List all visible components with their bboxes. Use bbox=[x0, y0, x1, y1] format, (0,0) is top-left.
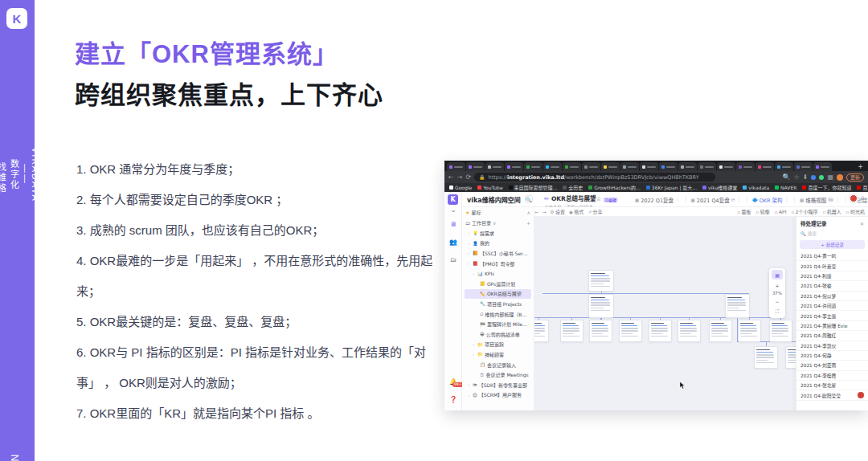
bookmark-item[interactable]: NAVER bbox=[775, 185, 796, 190]
zoom-out-button[interactable]: − bbox=[772, 296, 783, 306]
view-tab-grid[interactable]: ▦维格视图hy⋮ bbox=[797, 194, 843, 206]
okr-architecture-canvas[interactable]: ▦ + 37% − ⛶ bbox=[534, 217, 796, 410]
bookmark-item[interactable]: vikadata bbox=[743, 185, 769, 190]
record-row[interactable]: 2021 Q4-李慧仪 bbox=[796, 341, 868, 351]
browser-tab[interactable] bbox=[524, 162, 542, 171]
share-button[interactable]: ↗分享 bbox=[588, 208, 602, 215]
okr-card[interactable] bbox=[649, 320, 672, 342]
tree-item[interactable]: › 📙 【SSC】小秘书 Service Center bbox=[465, 248, 531, 259]
add-record-button[interactable]: + 新增记录 bbox=[800, 240, 865, 249]
help-icon[interactable]: ❓ bbox=[444, 396, 462, 403]
tree-item[interactable]: › 📕 【PMO】司令部 bbox=[465, 259, 531, 269]
expand-chevron-icon[interactable]: › bbox=[468, 393, 471, 398]
browser-tab[interactable] bbox=[813, 162, 832, 171]
okr-card[interactable] bbox=[619, 320, 642, 342]
tree-item[interactable]: › 💡 提需求 bbox=[465, 228, 531, 239]
toolbar-right-button[interactable]: ▫API bbox=[775, 209, 787, 214]
settings-button[interactable]: ⚙设置 bbox=[551, 208, 565, 215]
toolbar-right-button[interactable]: ▫面板 bbox=[737, 208, 751, 215]
browser-tab[interactable] bbox=[775, 162, 793, 171]
bookmark-item[interactable]: vika维格课堂 bbox=[702, 184, 737, 191]
expand-chevron-icon[interactable]: › bbox=[468, 261, 471, 266]
contacts-icon[interactable]: 👥 bbox=[444, 239, 462, 246]
workbench-icon[interactable]: 🖥 bbox=[444, 221, 462, 228]
expand-chevron-icon[interactable]: › bbox=[468, 251, 471, 255]
view-tab-2021-q4[interactable]: ▦2021 Q4复盘⟳⋮ bbox=[689, 194, 744, 206]
bookmark-item[interactable]: 百度一下，你就知道 bbox=[802, 184, 851, 191]
user-avatar[interactable] bbox=[850, 194, 858, 202]
record-row[interactable]: 2021 Q4-李桂霞 bbox=[796, 371, 868, 381]
okr-card[interactable] bbox=[588, 270, 614, 292]
browser-tab[interactable] bbox=[640, 162, 658, 171]
bookmark-item[interactable]: 全历史 bbox=[563, 184, 583, 191]
collapse-icon[interactable]: ∧ bbox=[527, 210, 530, 215]
browser-tab[interactable] bbox=[659, 162, 678, 171]
url-bar[interactable]: 🔒 https://integration.vika.ltd/workbench… bbox=[474, 173, 715, 182]
back-icon[interactable]: ← bbox=[448, 171, 454, 183]
record-row[interactable]: 2021 Q4-周雅红 bbox=[796, 331, 868, 341]
tree-item[interactable]: › 😊 【SCRM】用户服务 bbox=[465, 390, 531, 401]
browser-tab[interactable] bbox=[736, 162, 755, 171]
share-bell-icon[interactable]: 🕭 bbox=[860, 195, 866, 202]
tree-item[interactable]: › 👤 我的 bbox=[465, 239, 531, 249]
browser-tab[interactable] bbox=[447, 162, 465, 171]
redo-icon[interactable]: → bbox=[542, 210, 547, 214]
expand-chevron-icon[interactable]: › bbox=[473, 271, 476, 276]
browser-tab[interactable] bbox=[755, 162, 774, 171]
panel-search[interactable]: 🔍 搜索 bbox=[796, 229, 868, 239]
browser-tab[interactable] bbox=[601, 162, 620, 171]
favorites-row[interactable]: ★ 星标 ∧ bbox=[462, 207, 534, 218]
chrome-update-button[interactable]: 更新 bbox=[846, 173, 864, 182]
workspace-chevron-icon[interactable]: ⌄ bbox=[444, 206, 462, 214]
sidebar-search-icon[interactable]: 🔍 bbox=[525, 195, 533, 203]
toolbar-right-button[interactable]: ▫镜像 bbox=[755, 208, 769, 215]
workspace-name[interactable]: vika维格内网空间 bbox=[467, 195, 521, 204]
expand-chevron-icon[interactable]: › bbox=[473, 352, 476, 357]
extensions-puzzle-icon[interactable]: ▦ bbox=[827, 171, 833, 183]
tree-item[interactable]: ✏️ OKR总结与展望 bbox=[465, 289, 531, 300]
browser-tab[interactable] bbox=[466, 162, 485, 171]
tree-item[interactable]: › 📁 神秘顾客 bbox=[465, 349, 531, 360]
okr-card[interactable] bbox=[754, 346, 778, 369]
browser-tab[interactable] bbox=[698, 162, 716, 171]
bookmark-item[interactable]: 来自国际思想管理... bbox=[509, 184, 558, 191]
zoom-icon[interactable]: 🔍 bbox=[783, 171, 791, 183]
okr-card[interactable] bbox=[738, 320, 761, 342]
tree-item[interactable]: ⏱ 维格内部梳理（Beta）(已... bbox=[465, 309, 531, 320]
minimap-icon[interactable]: ⛶ bbox=[772, 307, 783, 316]
browser-profile-avatar[interactable] bbox=[837, 174, 843, 181]
tree-item[interactable]: 📋 会议记录输入 bbox=[465, 360, 531, 370]
close-icon[interactable]: ✕ bbox=[860, 221, 864, 226]
toolbar-right-button[interactable]: ▫机器人 bbox=[823, 208, 841, 215]
download-icon[interactable]: ⬇ bbox=[803, 171, 809, 183]
okr-card[interactable] bbox=[769, 320, 792, 342]
browser-tab[interactable] bbox=[678, 162, 697, 171]
expand-chevron-icon[interactable]: › bbox=[468, 230, 471, 235]
bookmark-item[interactable]: YouTube bbox=[477, 185, 502, 190]
tree-item[interactable]: 😀 公司的挑战清单 bbox=[465, 329, 531, 340]
okr-card[interactable] bbox=[588, 294, 614, 318]
okr-card[interactable] bbox=[709, 320, 732, 342]
toolbar-right-button[interactable]: ▫2个小程序 bbox=[791, 208, 817, 215]
undo-icon[interactable]: ← bbox=[534, 210, 538, 214]
record-row[interactable]: 2021 Q4-黄一鸣 bbox=[796, 251, 868, 261]
tree-item[interactable]: 📒 OPs运营计划 bbox=[465, 279, 531, 289]
toolbar-right-button[interactable]: ▫时光机 bbox=[846, 208, 865, 215]
format-button[interactable]: ◉格式 bbox=[569, 208, 583, 215]
doc-title[interactable]: ✏ OKR总结与展望☆可编辑 bbox=[544, 194, 618, 202]
view-tab-okr-architecture[interactable]: 🔷OKR 架构⋮ bbox=[750, 194, 792, 206]
record-row[interactable]: 2021 Q4-李立康 bbox=[796, 311, 868, 320]
expand-chevron-icon[interactable]: › bbox=[468, 382, 471, 387]
new-tab-button[interactable]: + bbox=[855, 162, 866, 171]
browser-tab[interactable] bbox=[620, 162, 639, 171]
add-node-button[interactable]: + bbox=[526, 220, 530, 226]
okr-card[interactable] bbox=[560, 320, 583, 342]
bookmark-item[interactable]: GrowthHackers的... bbox=[588, 184, 640, 191]
okr-card[interactable] bbox=[589, 320, 612, 342]
okr-card[interactable] bbox=[785, 346, 796, 369]
expand-chevron-icon[interactable]: › bbox=[473, 342, 476, 347]
record-row[interactable]: 2021 Q4-张睿 bbox=[796, 281, 868, 291]
tree-item[interactable]: 🔧 项目组 Projects bbox=[465, 299, 531, 309]
okr-card[interactable] bbox=[534, 320, 549, 342]
record-row[interactable]: 2021 Q4-利康 bbox=[796, 271, 868, 281]
